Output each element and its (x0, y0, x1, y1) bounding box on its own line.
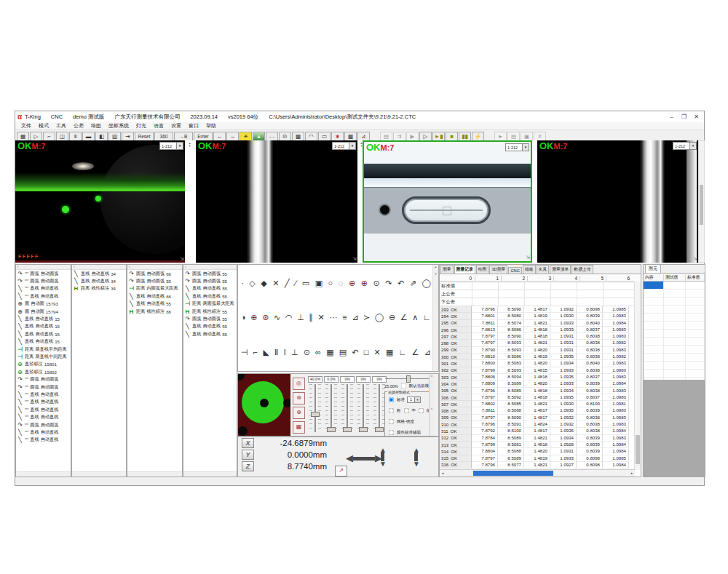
detail-row[interactable] (644, 354, 705, 362)
tool-icon[interactable]: ◑ (241, 313, 246, 322)
tool-icon[interactable]: ⊥ (297, 313, 304, 322)
camera-view-2[interactable]: OKM:7 1-212▾ ⇲ (196, 140, 357, 263)
table-row[interactable]: 295OK7.88118.50741.48211.09330.80401.098… (440, 320, 641, 327)
list-item[interactable]: ↷圆弧自动圆弧66 (127, 270, 182, 277)
tab-测量记录[interactable]: 测量记录 (454, 265, 475, 274)
tool-icon[interactable]: ▦ (326, 348, 333, 357)
tool-icon[interactable]: ◇ (249, 279, 255, 288)
menu-item-文件[interactable]: 文件 (21, 122, 31, 129)
camera3-zoom-select[interactable]: 1-212 (506, 146, 522, 150)
list-item[interactable]: ⊖直径标注15802 (16, 368, 71, 375)
menu-item-模式[interactable]: 模式 (39, 122, 49, 129)
slider-thumb[interactable] (327, 427, 336, 432)
tool-icon[interactable]: ▭ (302, 279, 309, 288)
toolbar-button[interactable]: - - (266, 132, 278, 141)
tool-icon[interactable]: ↶ (352, 348, 358, 357)
list-item[interactable]: ↷圆弧自动圆弧55 (127, 277, 182, 284)
toolbar-button[interactable]: ◧ (95, 132, 108, 141)
radio-grid-intensity[interactable] (389, 419, 395, 425)
save-button[interactable]: ▦ (17, 132, 29, 141)
toolbox-scrollbar[interactable]: ▲▼ (432, 265, 438, 371)
ring-segment-button[interactable]: ⊕ (293, 407, 305, 419)
list-item[interactable]: ╲***直线自动直线 (16, 413, 71, 420)
column-header[interactable]: 4 (553, 276, 579, 281)
list-item[interactable]: ↷***圆弧自动圆弧 (16, 277, 71, 284)
camera1-zoom-select[interactable]: 1-212 (160, 144, 176, 148)
list-item[interactable]: ╲直线自动直线15 (16, 330, 71, 338)
list-hscroll[interactable]: ‹ (183, 265, 237, 270)
run-to-end-button[interactable]: ►▮ (432, 132, 445, 141)
list-bottom-scrollbar[interactable] (16, 471, 71, 477)
resize-grip-icon[interactable]: ⇲ (180, 256, 184, 262)
toolbar-button[interactable]: ▶ (406, 132, 419, 141)
run-button[interactable]: ⚡ (472, 132, 484, 141)
list-item[interactable]: ⊣距离两直线平均距离 (16, 346, 71, 353)
table-row[interactable]: 315OK7.87978.50891.48191.09330.80981.098… (440, 455, 641, 462)
menu-item-设置[interactable]: 设置 (171, 122, 181, 129)
detail-row[interactable] (644, 322, 705, 330)
save2-button[interactable]: ▤ (380, 132, 392, 141)
table-row[interactable]: 306OK7.87978.50921.48181.09350.80371.098… (440, 394, 641, 401)
ring-segment-button[interactable]: ▦ (293, 421, 305, 434)
list-hscroll[interactable]: ‹ (16, 265, 71, 270)
menu-item-坐标系统[interactable]: 坐标系统 (108, 122, 129, 129)
terrain-button[interactable]: ▲ (253, 132, 265, 141)
chevron-down-icon[interactable]: ▾ (176, 143, 183, 149)
list-item[interactable]: ╲***直线自动直线 (16, 406, 71, 413)
tool-icon[interactable]: ◆ (261, 279, 266, 288)
tool-icon[interactable]: ▤ (339, 348, 347, 357)
list-item[interactable]: ↷圆弧自动圆弧55 (183, 277, 237, 284)
menu-item-灯光[interactable]: 灯光 (136, 122, 146, 129)
detail-row[interactable] (644, 306, 705, 314)
tool-icon[interactable]: ⌐ (253, 348, 258, 357)
tool-icon[interactable]: · (241, 279, 244, 288)
tool-icon[interactable]: ⊣ (241, 348, 248, 357)
tool-icon[interactable]: ✕ (272, 279, 279, 288)
tool-icon[interactable]: ⊕ (349, 279, 355, 288)
toolbar-button[interactable]: ⌐ (43, 132, 55, 141)
tool-icon[interactable]: ◌ (339, 279, 344, 288)
detail-row[interactable] (644, 370, 705, 378)
slider-thumb[interactable] (359, 427, 368, 432)
light-slider[interactable] (356, 384, 371, 432)
toolbar-button[interactable]: ▤ (507, 132, 520, 141)
tool-icon[interactable]: ▦ (386, 348, 393, 357)
table-row[interactable]: 313OK7.87998.50811.48181.09280.80391.098… (440, 442, 641, 448)
list-item[interactable]: ⊕圆自动圆15794 (16, 308, 71, 315)
default-mode-checkbox[interactable] (400, 383, 406, 389)
jog-right-button[interactable]: → (226, 132, 239, 141)
list-item[interactable]: ↷圆弧自动圆弧55 (183, 315, 237, 322)
jog-left-button[interactable]: ← (213, 132, 226, 141)
list-item[interactable]: ╲直线自动直线55 (127, 300, 182, 308)
tool-icon[interactable]: ⊕ (361, 279, 368, 288)
tool-icon[interactable]: Ⅱ (274, 348, 278, 357)
toolbar-button[interactable]: ▬ (82, 132, 95, 141)
menu-item-语言[interactable]: 语言 (154, 122, 164, 129)
ring-segment-button[interactable]: ⊛ (293, 392, 305, 404)
menu-item-帮助[interactable]: 帮助 (206, 122, 216, 129)
table-row[interactable]: 300OK7.88108.50861.48191.09350.80381.098… (440, 354, 641, 360)
detail-row[interactable] (644, 330, 705, 338)
radio-中[interactable] (403, 408, 409, 414)
tool-icon[interactable]: ╱ (285, 279, 290, 288)
tab-测量[interactable]: 测量 (440, 265, 454, 274)
menu-item-绘图[interactable]: 绘图 (91, 122, 101, 129)
radio-standard[interactable] (389, 397, 395, 403)
tool-icon[interactable]: ∥ (309, 313, 313, 322)
detail-column-header[interactable]: 测试值 (664, 274, 686, 281)
list-item[interactable]: ╲直线自动直线55 (183, 330, 237, 338)
tool-icon[interactable]: ≡ (342, 313, 347, 322)
slider-thumb[interactable] (343, 427, 352, 432)
magnifier-button[interactable]: ⊙ (279, 132, 291, 141)
table-row[interactable]: 293OK7.87968.50901.48171.09320.80981.098… (440, 306, 641, 313)
toolbar-button[interactable]: ✕ (534, 132, 546, 141)
list-item[interactable]: ↷***圆弧自动圆弧 (16, 421, 71, 428)
stop-button[interactable]: ■ (446, 132, 458, 141)
list-item[interactable]: ╲***直线自动直线 (16, 399, 71, 406)
tab-CNC[interactable]: CNC (508, 267, 522, 274)
radio-细[interactable] (419, 408, 424, 414)
ring-light-preview[interactable] (238, 374, 290, 436)
table-row[interactable]: 310OK7.87968.50911.48241.09320.80381.098… (440, 421, 641, 428)
detail-row[interactable] (644, 282, 705, 290)
tool-icon[interactable]: ⇗ (410, 279, 416, 288)
